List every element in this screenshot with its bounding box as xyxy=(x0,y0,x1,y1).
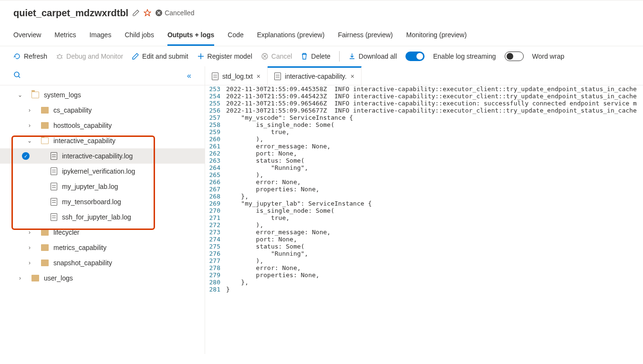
code-line: 2542022-11-30T21:55:09.445423Z INFO inte… xyxy=(205,93,643,100)
code-line: 2532022-11-30T21:55:09.445358Z INFO inte… xyxy=(205,85,643,93)
tree-label: my_jupyter_lab.log xyxy=(62,183,118,190)
favorite-icon[interactable] xyxy=(144,9,151,17)
plus-icon xyxy=(197,52,205,60)
cancel-button: Cancel xyxy=(261,52,292,60)
tree-label: snapshot_capability xyxy=(53,259,112,267)
code-line: 264 "Running", xyxy=(205,164,643,171)
editor-tab[interactable]: std_log.txt× xyxy=(205,66,268,85)
download-icon xyxy=(348,52,356,60)
tab-child-jobs[interactable]: Child jobs xyxy=(124,27,154,46)
word-wrap-label: Word wrap xyxy=(532,52,564,60)
svg-point-1 xyxy=(58,55,62,59)
file-tree: ⌄ system_logs ›cs_capability ›hosttools_… xyxy=(0,85,205,288)
code-viewer[interactable]: 2532022-11-30T21:55:09.445358Z INFO inte… xyxy=(205,85,643,354)
code-line: 2552022-11-30T21:55:09.965466Z INFO inte… xyxy=(205,100,643,107)
tab-fairness-preview-[interactable]: Fairness (preview) xyxy=(338,27,393,46)
tree-label: metrics_capability xyxy=(53,244,106,251)
tree-label: system_logs xyxy=(44,91,81,99)
tree-folder-user-logs[interactable]: ›user_logs xyxy=(0,270,205,286)
delete-button[interactable]: Delete xyxy=(301,52,330,60)
tree-label: cs_capability xyxy=(53,106,92,114)
code-line: 270 is_single_node: Some( xyxy=(205,207,643,214)
trash-icon xyxy=(301,52,308,60)
refresh-button[interactable]: Refresh xyxy=(13,52,47,60)
file-icon xyxy=(274,73,281,80)
code-line: 263 status: Some( xyxy=(205,157,643,164)
tree-label: interactive-capability.log xyxy=(62,152,133,160)
collapse-sidebar-icon[interactable]: « xyxy=(187,72,191,80)
cancel-icon xyxy=(261,52,269,60)
code-line: 268 }, xyxy=(205,193,643,200)
code-line: 281} xyxy=(205,286,643,293)
code-line: 280 }, xyxy=(205,279,643,286)
refresh-icon xyxy=(13,52,21,60)
tab-monitoring-preview-[interactable]: Monitoring (preview) xyxy=(406,27,467,46)
code-line: 278 error: None, xyxy=(205,264,643,271)
check-icon: ✓ xyxy=(22,152,30,160)
tree-file[interactable]: ›ipykernel_verification.log xyxy=(0,164,205,179)
tree-label: ssh_for_jupyter_lab.log xyxy=(62,213,131,221)
tree-label: lifecycler xyxy=(53,229,79,236)
cancelled-icon xyxy=(155,9,163,17)
editor-tabs: std_log.txt×interactive-capability.× xyxy=(205,66,643,85)
tree-folder-system-logs[interactable]: ⌄ system_logs xyxy=(0,87,205,103)
tab-overview[interactable]: Overview xyxy=(13,27,41,46)
tab-metrics[interactable]: Metrics xyxy=(54,27,76,46)
word-wrap-toggle[interactable] xyxy=(505,52,524,61)
tree-folder[interactable]: ›hosttools_capability xyxy=(0,118,205,133)
editor-tab[interactable]: interactive-capability.× xyxy=(268,66,362,85)
code-line: 262 port: None, xyxy=(205,150,643,157)
tree-file-selected[interactable]: ✓ ›interactive-capability.log xyxy=(0,148,205,164)
tab-outputs-logs[interactable]: Outputs + logs xyxy=(167,27,214,46)
edit-submit-button[interactable]: Edit and submit xyxy=(132,52,188,60)
code-line: 259 true, xyxy=(205,128,643,135)
code-line: 277 ), xyxy=(205,257,643,264)
file-icon xyxy=(212,73,218,80)
code-line: 257 "my_vscode": ServiceInstance { xyxy=(205,114,643,121)
code-line: 2562022-11-30T21:55:09.965677Z INFO inte… xyxy=(205,107,643,114)
log-streaming-label: Enable log streaming xyxy=(433,52,496,60)
svg-point-3 xyxy=(14,72,19,77)
tree-label: interactive_capability xyxy=(53,137,115,145)
code-line: 271 true, xyxy=(205,214,643,221)
status-badge: Cancelled xyxy=(155,9,194,17)
pencil-icon xyxy=(132,52,139,60)
tree-file[interactable]: ›my_tensorboard.log xyxy=(0,194,205,209)
code-line: 260 ), xyxy=(205,135,643,143)
tree-label: hosttools_capability xyxy=(53,122,112,129)
tab-code[interactable]: Code xyxy=(228,27,243,46)
close-icon[interactable]: × xyxy=(351,73,354,80)
tree-folder[interactable]: ›cs_capability xyxy=(0,103,205,118)
tab-images[interactable]: Images xyxy=(89,27,111,46)
tree-folder[interactable]: ›lifecycler xyxy=(0,225,205,240)
editor-tab-label: interactive-capability. xyxy=(285,73,347,80)
tree-label: user_logs xyxy=(44,274,73,282)
tree-folder-interactive-capability[interactable]: ⌄interactive_capability xyxy=(0,133,205,148)
editor-tab-label: std_log.txt xyxy=(222,73,253,80)
code-line: 265 ), xyxy=(205,171,643,178)
tree-folder[interactable]: ›metrics_capability xyxy=(0,240,205,255)
bug-icon xyxy=(56,52,63,60)
tree-label: ipykernel_verification.log xyxy=(62,167,135,175)
tab-explanations-preview-[interactable]: Explanations (preview) xyxy=(257,27,325,46)
code-line: 266 error: None, xyxy=(205,178,643,186)
code-line: 267 properties: None, xyxy=(205,186,643,193)
edit-title-icon[interactable] xyxy=(132,9,140,17)
code-line: 279 properties: None, xyxy=(205,271,643,279)
nav-tabs: OverviewMetricsImagesChild jobsOutputs +… xyxy=(0,23,643,46)
log-streaming-toggle[interactable] xyxy=(405,52,425,61)
code-line: 258 is_single_node: Some( xyxy=(205,121,643,128)
code-line: 274 port: None, xyxy=(205,236,643,243)
close-icon[interactable]: × xyxy=(257,73,260,80)
search-icon[interactable] xyxy=(13,71,187,80)
code-line: 272 ), xyxy=(205,221,643,229)
tree-file[interactable]: ›ssh_for_jupyter_lab.log xyxy=(0,209,205,225)
tree-file[interactable]: ›my_jupyter_lab.log xyxy=(0,179,205,194)
code-line: 273 error_message: None, xyxy=(205,229,643,236)
register-model-button[interactable]: Register model xyxy=(197,52,252,60)
debug-button: Debug and Monitor xyxy=(56,52,123,60)
page-title: quiet_carpet_mdzwxrdtbl xyxy=(13,8,128,19)
code-line: 269 "my_jupyter_lab": ServiceInstance { xyxy=(205,200,643,207)
download-all-button[interactable]: Download all xyxy=(348,52,397,60)
tree-folder[interactable]: ›snapshot_capability xyxy=(0,255,205,270)
